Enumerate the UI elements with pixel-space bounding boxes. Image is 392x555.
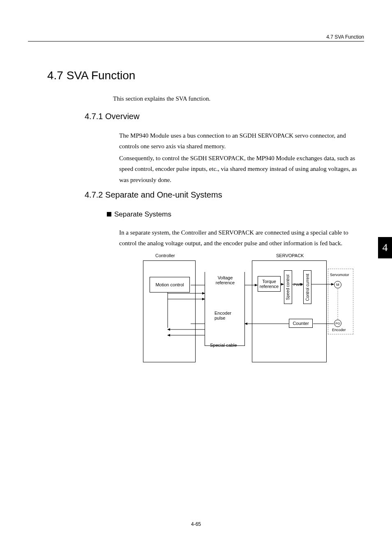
section-title: 4.7 SVA Function: [47, 69, 135, 82]
page-number: 4-65: [0, 521, 392, 527]
diagram-arrows: [138, 251, 356, 366]
separate-system-diagram: Controller SERVOPACK Motion control Torq…: [138, 251, 356, 366]
header-rule: [28, 41, 364, 41]
overview-paragraph-1: The MP940 Module uses a bus connection t…: [119, 130, 357, 152]
square-bullet-icon: [107, 212, 111, 216]
separate-systems-heading: Separate Systems: [114, 210, 171, 219]
header-breadcrumb: 4.7 SVA Function: [326, 34, 364, 40]
section-intro: This section explains the SVA function.: [113, 95, 210, 102]
subsection-systems-title: 4.7.2 Separate and One-unit Systems: [85, 190, 222, 200]
chapter-tab: 4: [378, 237, 392, 258]
subsection-overview-title: 4.7.1 Overview: [85, 112, 139, 121]
separate-systems-paragraph: In a separate system, the Controller and…: [119, 227, 357, 249]
overview-paragraph-2: Consequently, to control the SGDH SERVOP…: [119, 153, 357, 185]
